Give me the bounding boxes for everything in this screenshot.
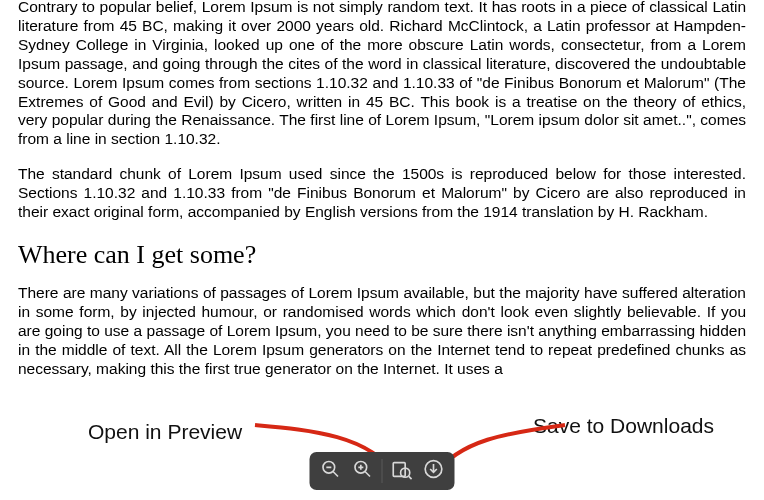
zoom-out-button[interactable] bbox=[316, 456, 346, 486]
zoom-out-icon bbox=[321, 459, 341, 483]
zoom-in-button[interactable] bbox=[348, 456, 378, 486]
svg-line-6 bbox=[365, 472, 370, 477]
section-heading: Where can I get some? bbox=[18, 240, 746, 270]
pdf-toolbar bbox=[310, 452, 455, 490]
body-paragraph-2: The standard chunk of Lorem Ipsum used s… bbox=[18, 165, 746, 222]
open-in-preview-icon bbox=[391, 458, 413, 484]
svg-line-3 bbox=[333, 472, 338, 477]
annotation-open-in-preview: Open in Preview bbox=[88, 420, 242, 444]
toolbar-divider bbox=[382, 459, 383, 483]
annotation-save-to-downloads: Save to Downloads bbox=[533, 414, 714, 438]
zoom-in-icon bbox=[353, 459, 373, 483]
body-paragraph-1: Contrary to popular belief, Lorem Ipsum … bbox=[18, 0, 746, 149]
svg-line-11 bbox=[409, 476, 412, 479]
save-to-downloads-button[interactable] bbox=[419, 456, 449, 486]
body-paragraph-3: There are many variations of passages of… bbox=[18, 284, 746, 379]
download-icon bbox=[424, 459, 444, 483]
open-in-preview-button[interactable] bbox=[387, 456, 417, 486]
svg-rect-9 bbox=[393, 463, 405, 477]
